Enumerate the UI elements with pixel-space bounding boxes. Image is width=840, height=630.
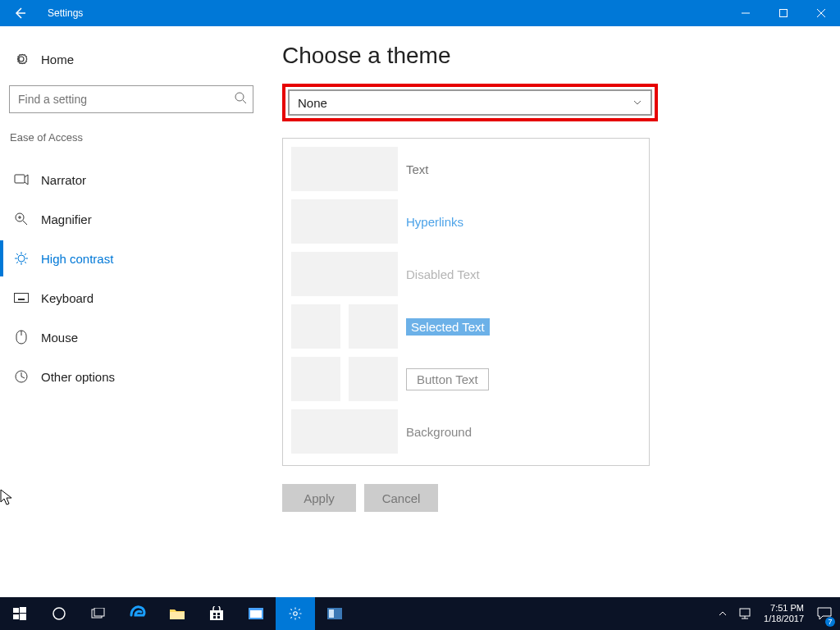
preview-box: Text Hyperlinks Disabled Text Selected T…	[282, 138, 650, 466]
svg-rect-36	[94, 608, 104, 616]
home-label: Home	[41, 52, 74, 66]
svg-rect-39	[213, 613, 216, 615]
sidebar-item-label: Keyboard	[41, 291, 94, 305]
sidebar-item-narrator[interactable]: Narrator	[0, 162, 262, 198]
action-center-button[interactable]: 7	[812, 597, 837, 630]
color-swatch[interactable]	[291, 252, 398, 296]
home-button[interactable]: Home	[0, 41, 262, 77]
close-icon	[817, 9, 825, 17]
preview-row-disabled: Disabled Text	[291, 252, 641, 296]
color-swatch[interactable]	[349, 357, 398, 401]
high-contrast-icon	[13, 250, 30, 267]
svg-rect-32	[13, 614, 19, 619]
chevron-down-icon	[632, 96, 642, 110]
sidebar-item-label: Other options	[41, 370, 115, 384]
edge-icon	[129, 605, 147, 623]
folder-icon	[169, 607, 185, 620]
taskbar-clock[interactable]: 7:51 PM 1/18/2017	[759, 603, 809, 624]
search-wrap	[9, 85, 253, 113]
sidebar-item-label: High contrast	[41, 252, 113, 266]
taskbar-file-explorer[interactable]	[158, 597, 197, 630]
sidebar-item-label: Mouse	[41, 331, 78, 345]
svg-line-8	[23, 221, 27, 225]
sidebar: Home Ease of Access Narrator Magnifier H…	[0, 26, 262, 597]
theme-dropdown-value: None	[298, 96, 327, 110]
maximize-button[interactable]	[765, 0, 802, 26]
page-title: Choose a theme	[282, 43, 820, 69]
sidebar-item-keyboard[interactable]: Keyboard	[0, 280, 262, 316]
taskbar-time: 7:51 PM	[764, 603, 804, 614]
maximize-icon	[779, 9, 788, 17]
taskbar-app-2[interactable]	[315, 597, 354, 630]
svg-rect-40	[217, 613, 220, 615]
svg-point-45	[294, 612, 298, 616]
svg-rect-42	[217, 616, 220, 619]
svg-rect-30	[13, 608, 19, 613]
preview-label-button: Button Text	[406, 368, 489, 390]
search-input[interactable]	[9, 85, 253, 113]
start-button[interactable]	[0, 597, 39, 630]
task-view-icon	[90, 608, 107, 619]
color-swatch[interactable]	[291, 409, 398, 454]
taskbar-settings[interactable]	[276, 597, 315, 630]
tray-chevron-up[interactable]	[713, 597, 733, 630]
svg-point-4	[235, 93, 244, 101]
color-swatch[interactable]	[349, 304, 398, 349]
apply-button[interactable]: Apply	[282, 484, 356, 512]
store-icon	[208, 606, 225, 621]
keyboard-icon	[13, 290, 30, 306]
preview-label-background: Background	[406, 425, 472, 439]
tray-network[interactable]	[736, 597, 756, 630]
chevron-up-icon	[719, 609, 727, 618]
preview-row-selected: Selected Text	[291, 304, 641, 349]
cortana-button[interactable]	[39, 597, 79, 630]
color-swatch[interactable]	[291, 147, 398, 191]
cancel-button[interactable]: Cancel	[364, 484, 438, 512]
svg-point-11	[18, 255, 25, 262]
taskbar-store[interactable]	[197, 597, 236, 630]
titlebar: Settings	[0, 0, 840, 26]
system-tray: 7:51 PM 1/18/2017 7	[713, 597, 840, 630]
task-view-button[interactable]	[79, 597, 118, 630]
svg-rect-44	[250, 610, 262, 618]
other-options-icon	[13, 368, 30, 385]
minimize-button[interactable]	[727, 0, 765, 26]
theme-dropdown-highlight: None	[282, 84, 658, 121]
close-button[interactable]	[802, 0, 840, 26]
taskbar-edge[interactable]	[118, 597, 158, 630]
back-button[interactable]	[0, 0, 39, 26]
svg-rect-33	[20, 614, 26, 620]
svg-rect-37	[170, 612, 185, 619]
preview-row-background: Background	[291, 409, 641, 454]
theme-dropdown[interactable]: None	[288, 89, 652, 116]
minimize-icon	[742, 9, 750, 17]
window-icon	[248, 607, 264, 620]
svg-rect-1	[780, 10, 788, 17]
sidebar-item-mouse[interactable]: Mouse	[0, 319, 262, 355]
color-swatch[interactable]	[291, 199, 398, 244]
color-swatch[interactable]	[291, 357, 340, 401]
svg-line-5	[243, 100, 246, 103]
preview-label-selected: Selected Text	[406, 318, 490, 336]
sidebar-item-label: Magnifier	[41, 212, 92, 226]
windows-icon	[13, 607, 26, 620]
action-row: Apply Cancel	[282, 484, 820, 512]
svg-line-16	[16, 253, 18, 255]
color-swatch[interactable]	[291, 304, 340, 349]
svg-rect-41	[213, 616, 216, 619]
network-icon	[739, 608, 752, 619]
taskbar: 7:51 PM 1/18/2017 7	[0, 597, 840, 630]
sidebar-item-magnifier[interactable]: Magnifier	[0, 201, 262, 237]
svg-line-17	[25, 262, 26, 263]
preview-row-hyperlinks: Hyperlinks	[291, 199, 641, 244]
sidebar-item-high-contrast[interactable]: High contrast	[0, 240, 262, 276]
taskbar-date: 1/18/2017	[764, 614, 804, 624]
search-icon	[234, 91, 247, 107]
section-label: Ease of Access	[0, 131, 262, 144]
svg-rect-6	[15, 175, 25, 183]
window-title: Settings	[48, 7, 83, 19]
sidebar-item-other-options[interactable]: Other options	[0, 358, 262, 395]
preview-label-text: Text	[406, 162, 429, 176]
svg-rect-31	[20, 607, 26, 613]
taskbar-app-1[interactable]	[236, 597, 276, 630]
